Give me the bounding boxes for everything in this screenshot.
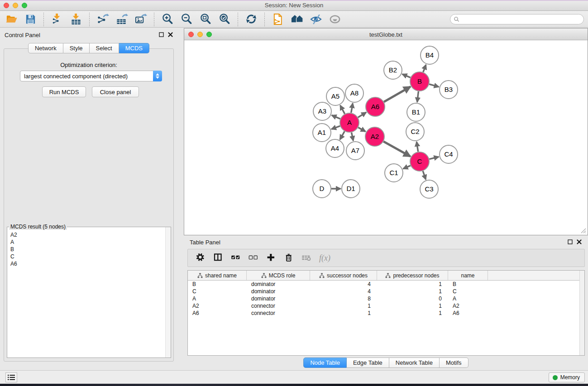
- edge-C-C1[interactable]: [403, 166, 411, 169]
- close-panel-button[interactable]: Close panel: [92, 86, 139, 97]
- node-B2[interactable]: B2: [384, 61, 402, 79]
- edge-A-A7[interactable]: [352, 133, 354, 141]
- node-A2[interactable]: A2: [365, 127, 384, 146]
- table-scrollbar[interactable]: [579, 271, 584, 355]
- node-B1[interactable]: B1: [407, 103, 425, 121]
- dropdown-selected-value: largest connected component (directed): [20, 73, 153, 80]
- delete-table-button[interactable]: [301, 253, 312, 263]
- close-table-panel-icon[interactable]: [577, 239, 582, 244]
- node-B3[interactable]: B3: [440, 81, 458, 99]
- tab-edge-table[interactable]: Edge Table: [347, 357, 389, 368]
- column-header-name[interactable]: name: [448, 271, 488, 280]
- export-table-button[interactable]: [115, 13, 129, 26]
- edge-C-C2[interactable]: [416, 142, 418, 152]
- split-columns-button[interactable]: [213, 253, 224, 263]
- edge-B-B2[interactable]: [402, 74, 411, 78]
- tab-network[interactable]: Network: [28, 43, 63, 53]
- node-C[interactable]: C: [410, 152, 429, 171]
- edge-A-A6[interactable]: [358, 112, 366, 117]
- node-A3[interactable]: A3: [313, 102, 331, 120]
- node-A5[interactable]: A5: [326, 87, 344, 105]
- table-row[interactable]: Adominator80A: [188, 295, 584, 302]
- node-C1[interactable]: C1: [385, 164, 403, 182]
- zoom-out-button[interactable]: [180, 13, 193, 26]
- trash-button[interactable]: [284, 253, 295, 263]
- import-network-button[interactable]: [50, 13, 64, 26]
- tab-style[interactable]: Style: [63, 43, 90, 53]
- home-button[interactable]: [290, 13, 304, 26]
- node-A1[interactable]: A1: [313, 124, 331, 142]
- task-history-button[interactable]: [5, 372, 17, 382]
- node-B4[interactable]: B4: [421, 46, 439, 64]
- resize-grip-icon[interactable]: [580, 228, 587, 234]
- zoom-fit-button[interactable]: [199, 13, 212, 26]
- edge-B-B4[interactable]: [423, 65, 426, 72]
- node-A8[interactable]: A8: [345, 84, 363, 102]
- export-network-button[interactable]: [96, 13, 110, 26]
- edge-A-A4[interactable]: [340, 131, 344, 139]
- gear-button[interactable]: [196, 253, 206, 263]
- network-graph[interactable]: B4B2BB3A8A5A6A3B1AC2A1A2A4A7C4CC1C3DD1: [184, 40, 588, 235]
- tab-mcds[interactable]: MCDS: [119, 43, 149, 53]
- node-A7[interactable]: A7: [346, 142, 364, 160]
- mcds-result-scrollbar[interactable]: [165, 227, 171, 357]
- node-A6[interactable]: A6: [366, 97, 385, 116]
- plus-button[interactable]: [266, 253, 277, 263]
- tab-node-table[interactable]: Node Table: [303, 357, 347, 368]
- table-row[interactable]: A6connector11A6: [188, 310, 584, 317]
- open-folder-button[interactable]: [5, 13, 18, 26]
- node-A4[interactable]: A4: [326, 139, 344, 157]
- node-B[interactable]: B: [410, 72, 429, 91]
- tab-select[interactable]: Select: [90, 43, 119, 53]
- edge-A2-C[interactable]: [383, 142, 410, 157]
- edge-A-A8[interactable]: [351, 103, 353, 113]
- check-pair-button[interactable]: [231, 253, 242, 263]
- tab-motifs[interactable]: Motifs: [440, 357, 468, 368]
- column-header-MCDS-role[interactable]: MCDS role: [247, 271, 310, 280]
- node-C2[interactable]: C2: [406, 123, 424, 141]
- column-header-predecessor-nodes[interactable]: predecessor nodes: [377, 271, 448, 280]
- save-session-button[interactable]: [24, 13, 37, 26]
- function-builder-button[interactable]: f(x): [319, 253, 330, 263]
- edge-B-B1[interactable]: [417, 91, 419, 102]
- node-C3[interactable]: C3: [420, 180, 438, 198]
- edge-B-B3[interactable]: [429, 84, 439, 87]
- edge-A6-B[interactable]: [384, 87, 410, 102]
- network-window-titlebar[interactable]: testGlobe.txt: [184, 29, 588, 40]
- node-C4[interactable]: C4: [440, 145, 458, 163]
- import-table-button[interactable]: [69, 13, 83, 26]
- tab-network-table[interactable]: Network Table: [389, 357, 440, 368]
- table-cell: 1: [377, 281, 448, 288]
- column-header-shared-name[interactable]: shared name: [188, 271, 247, 280]
- network-canvas[interactable]: B4B2BB3A8A5A6A3B1AC2A1A2A4A7C4CC1C3DD1: [184, 40, 588, 235]
- float-table-panel-icon[interactable]: [568, 239, 573, 244]
- table-row[interactable]: A2connector11A2: [188, 302, 584, 310]
- table-row[interactable]: Cdominator41C: [188, 288, 584, 295]
- memory-button[interactable]: Memory: [549, 372, 585, 382]
- search-input[interactable]: [459, 16, 583, 23]
- refresh-button[interactable]: [244, 13, 258, 26]
- hide-glasses-button[interactable]: [309, 13, 323, 26]
- uncheck-pair-button[interactable]: [249, 253, 259, 263]
- edge-A-A2[interactable]: [358, 128, 365, 132]
- new-network-from-selection-button[interactable]: [271, 13, 285, 26]
- zoom-in-button[interactable]: [161, 13, 174, 26]
- edge-C-C4[interactable]: [429, 157, 439, 159]
- edge-A-A5[interactable]: [340, 105, 345, 114]
- column-header-successor-nodes[interactable]: successor nodes: [310, 271, 377, 280]
- run-mcds-button[interactable]: Run MCDS: [42, 86, 86, 97]
- close-panel-icon[interactable]: [168, 32, 173, 37]
- table-row[interactable]: Bdominator41B: [188, 281, 584, 288]
- node-D[interactable]: D: [313, 180, 331, 198]
- search-box[interactable]: [450, 14, 584, 24]
- optimization-criterion-select[interactable]: largest connected component (directed): [20, 71, 162, 81]
- node-D1[interactable]: D1: [342, 180, 360, 198]
- export-image-button[interactable]: [134, 13, 148, 26]
- edge-A-A1[interactable]: [331, 126, 340, 129]
- node-A[interactable]: A: [340, 113, 359, 132]
- zoom-selected-button[interactable]: [218, 13, 231, 26]
- edge-A-A3[interactable]: [332, 115, 340, 119]
- show-eye-button[interactable]: [328, 13, 342, 26]
- float-panel-icon[interactable]: [159, 32, 164, 37]
- edge-C-C3[interactable]: [423, 171, 426, 180]
